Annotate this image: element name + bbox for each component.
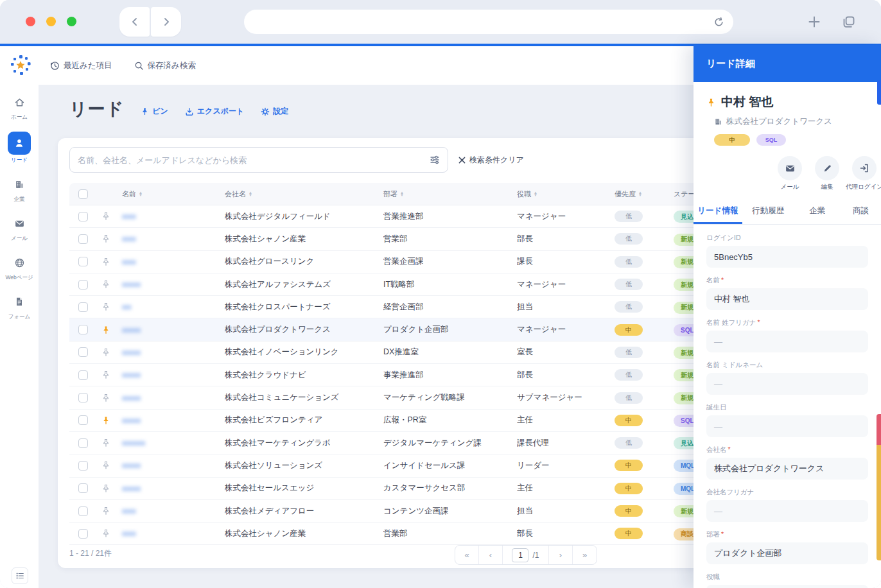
pin-icon[interactable] <box>706 98 716 107</box>
lead-name-link[interactable]: ●●●● <box>122 348 225 357</box>
saved-search-menu[interactable]: 保存済み検索 <box>134 60 196 71</box>
tab-overview-button[interactable] <box>841 14 857 30</box>
sort-arrows-icon[interactable]: ▲▼ <box>400 191 404 196</box>
first-page-button[interactable]: « <box>455 546 479 564</box>
row-checkbox[interactable] <box>78 280 88 290</box>
page-number-input[interactable]: 1 <box>512 548 528 562</box>
sort-arrows-icon[interactable]: ▲▼ <box>534 191 537 196</box>
panel-tab-3[interactable]: 商談 <box>841 199 881 224</box>
minimize-window-button[interactable] <box>46 17 56 26</box>
panel-scrollbar-thumb[interactable] <box>877 80 881 105</box>
zoom-window-button[interactable] <box>67 17 76 26</box>
row-checkbox[interactable] <box>78 393 88 402</box>
sort-arrows-icon[interactable]: ▲▼ <box>249 191 252 196</box>
lead-name-link[interactable]: ●●●● <box>122 280 225 289</box>
sidebar-item-mail[interactable]: メール <box>1 214 37 243</box>
edge-ribbon-red[interactable] <box>877 414 881 445</box>
pin-outline-icon[interactable] <box>101 370 122 379</box>
field-value[interactable]: — <box>706 331 868 352</box>
settings-button[interactable]: 設定 <box>261 106 288 117</box>
row-checkbox[interactable] <box>78 415 88 425</box>
pin-outline-icon[interactable] <box>101 234 122 243</box>
field-value[interactable]: 株式会社プロダクトワークス <box>706 458 868 480</box>
row-checkbox[interactable] <box>78 529 88 539</box>
pin-outline-icon[interactable] <box>101 302 122 311</box>
field-value[interactable]: 5BnecYb5 <box>706 246 868 268</box>
select-all-checkbox[interactable] <box>78 189 88 199</box>
edit-action-button[interactable]: 編集 <box>812 156 842 191</box>
login-action-button[interactable]: 代理ログイン <box>849 156 880 191</box>
pin-outline-icon[interactable] <box>101 280 122 289</box>
lead-name-link[interactable]: ●●● <box>122 234 225 243</box>
browser-back-button[interactable] <box>119 7 150 37</box>
sidebar-item-company[interactable]: 企業 <box>1 175 37 203</box>
prev-page-button[interactable]: ‹ <box>479 546 503 564</box>
column-header-4[interactable]: 優先度▲▼ <box>615 189 674 199</box>
row-checkbox[interactable] <box>78 325 88 334</box>
sort-arrows-icon[interactable]: ▲▼ <box>638 191 642 196</box>
field-value[interactable]: プロダクト企画部 <box>706 542 868 564</box>
row-checkbox[interactable] <box>78 438 88 448</box>
column-header-2[interactable]: 部署▲▼ <box>383 189 517 199</box>
sidebar-item-form[interactable]: フォーム <box>1 292 37 321</box>
lead-name-link[interactable]: ●●●● <box>122 484 225 493</box>
pin-outline-icon[interactable] <box>101 393 122 402</box>
sidebar-collapse-button[interactable] <box>12 567 28 584</box>
pin-outline-icon[interactable] <box>101 506 122 515</box>
lead-name-link[interactable]: ●●●●● <box>122 438 225 447</box>
field-value[interactable]: — <box>706 373 868 395</box>
filter-sliders-icon[interactable] <box>430 155 440 165</box>
pin-outline-icon[interactable] <box>101 348 122 357</box>
last-page-button[interactable]: » <box>573 546 597 564</box>
lead-name-link[interactable]: ●●● <box>122 257 225 266</box>
lead-name-link[interactable]: ●●●● <box>122 416 225 425</box>
row-checkbox[interactable] <box>78 347 88 357</box>
sidebar-item-web[interactable]: Webページ <box>1 253 37 282</box>
row-checkbox[interactable] <box>78 370 88 380</box>
sidebar-item-home[interactable]: ホーム <box>1 92 37 121</box>
field-value[interactable]: 中村 智也 <box>706 288 868 310</box>
panel-tab-2[interactable]: 企業 <box>794 199 841 224</box>
close-window-button[interactable] <box>26 17 35 26</box>
browser-forward-button[interactable] <box>151 7 181 37</box>
export-button[interactable]: エクスポート <box>185 106 244 117</box>
refresh-icon[interactable] <box>713 17 724 28</box>
address-bar[interactable] <box>244 10 733 34</box>
recent-items-menu[interactable]: 最近みた項目 <box>50 60 112 71</box>
lead-name-link[interactable]: ●●● <box>122 529 225 538</box>
row-checkbox[interactable] <box>78 212 88 221</box>
pin-outline-icon[interactable] <box>101 461 122 470</box>
lead-name-link[interactable]: ●●●● <box>122 325 225 334</box>
clear-search-button[interactable]: 検索条件クリア <box>458 155 524 166</box>
mail-action-button[interactable]: メール <box>774 156 805 191</box>
field-value[interactable]: マネージャー <box>706 585 868 588</box>
pin-button[interactable]: ピン <box>141 106 168 117</box>
row-checkbox[interactable] <box>78 302 88 312</box>
next-page-button[interactable]: › <box>549 546 573 564</box>
lead-name-link[interactable]: ●●● <box>122 506 225 515</box>
lead-name-link[interactable]: ●●● <box>122 212 225 221</box>
lead-name-link[interactable]: ●●●● <box>122 461 225 470</box>
sort-arrows-icon[interactable]: ▲▼ <box>139 191 143 196</box>
sidebar-item-lead[interactable]: リード <box>1 132 37 164</box>
pin-outline-icon[interactable] <box>101 438 122 447</box>
column-header-1[interactable]: 会社名▲▼ <box>225 189 383 199</box>
lead-name-link[interactable]: ●●●● <box>122 370 225 379</box>
panel-tab-0[interactable]: リード情報 <box>693 199 742 224</box>
row-checkbox[interactable] <box>78 234 88 244</box>
pin-outline-icon[interactable] <box>101 529 122 538</box>
field-value[interactable]: — <box>706 415 868 437</box>
pin-outline-icon[interactable] <box>101 257 122 266</box>
pin-filled-icon[interactable] <box>101 416 122 425</box>
row-checkbox[interactable] <box>78 506 88 516</box>
panel-tab-1[interactable]: 行動履歴 <box>742 199 794 224</box>
column-header-0[interactable]: 名前▲▼ <box>122 189 225 199</box>
pin-outline-icon[interactable] <box>101 212 122 221</box>
row-checkbox[interactable] <box>78 257 88 266</box>
pin-outline-icon[interactable] <box>101 484 122 493</box>
pin-filled-icon[interactable] <box>101 325 122 334</box>
field-value[interactable]: — <box>706 500 868 522</box>
lead-name-link[interactable]: ●● <box>122 302 225 311</box>
column-header-3[interactable]: 役職▲▼ <box>517 189 615 199</box>
row-checkbox[interactable] <box>78 483 88 493</box>
